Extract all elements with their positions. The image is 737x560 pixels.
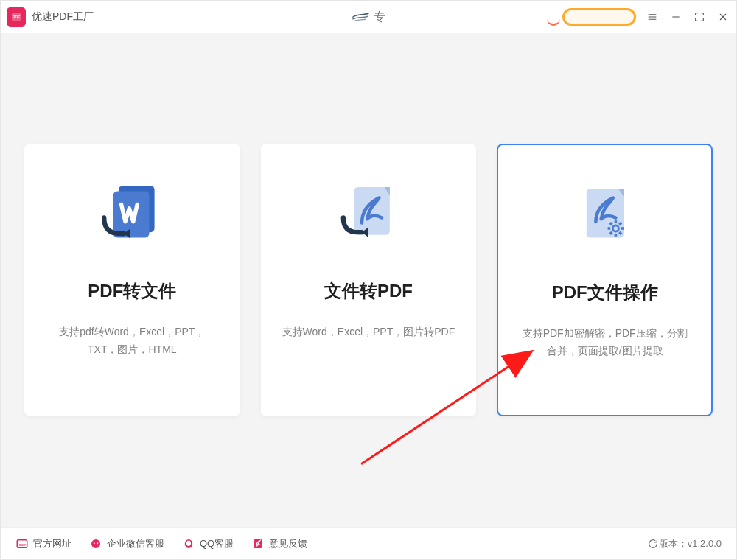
fullscreen-icon <box>694 11 705 23</box>
titlebar-center-text: 专 <box>374 10 385 25</box>
card-pdf-operations[interactable]: PDF文件操作 支持PDF加密解密，PDF压缩，分割合并，页面提取/图片提取 <box>497 144 713 416</box>
app-logo-icon: PDF <box>7 7 26 27</box>
wechat-work-icon <box>89 537 102 550</box>
footer-link-wecom[interactable]: 企业微信客服 <box>89 537 164 550</box>
version-text: 版本：v1.2.0.0 <box>659 537 722 550</box>
pdf-settings-icon <box>572 182 638 248</box>
file-to-pdf-icon <box>335 181 402 247</box>
fullscreen-button[interactable] <box>692 10 707 24</box>
footer-link-label: 企业微信客服 <box>107 537 164 550</box>
close-button[interactable] <box>716 10 730 24</box>
card-title: PDF文件操作 <box>552 281 658 304</box>
svg-rect-4 <box>354 187 390 235</box>
app-title: 优速PDF工厂 <box>32 10 94 24</box>
titlebar-center-badge: 专 <box>352 10 385 25</box>
card-desc: 支持pdf转Word，Excel，PPT，TXT，图片，HTML <box>45 323 220 359</box>
close-icon <box>717 11 729 23</box>
card-pdf-to-file[interactable]: PDF转文件 支持pdf转Word，Excel，PPT，TXT，图片，HTML <box>24 144 240 416</box>
refresh-button[interactable] <box>647 538 659 550</box>
main-area: PDF转文件 支持pdf转Word，Excel，PPT，TXT，图片，HTML … <box>1 33 736 527</box>
svg-point-20 <box>97 542 98 544</box>
titlebar: PDF 优速PDF工厂 专 <box>1 1 736 33</box>
footer-link-qq[interactable]: QQ客服 <box>182 537 234 550</box>
footer-link-feedback[interactable]: 意见反馈 <box>251 537 307 550</box>
svg-text:PDF: PDF <box>13 15 21 19</box>
refresh-icon <box>647 538 659 550</box>
footer-link-label: 官方网址 <box>33 537 71 550</box>
card-file-to-pdf[interactable]: 文件转PDF 支持Word，Excel，PPT，图片转PDF <box>261 144 477 416</box>
app-brand: PDF 优速PDF工厂 <box>7 7 94 27</box>
minimize-icon <box>670 11 682 23</box>
svg-text:.com: .com <box>18 542 27 547</box>
footer-link-website[interactable]: .com 官方网址 <box>15 537 71 550</box>
vip-pill[interactable] <box>562 8 636 26</box>
footer-link-label: 意见反馈 <box>269 537 307 550</box>
statusbar: .com 官方网址 企业微信客服 QQ客服 意见反馈 版本： <box>1 527 736 559</box>
svg-line-12 <box>619 232 621 234</box>
qq-icon <box>182 537 195 550</box>
svg-point-22 <box>186 540 191 546</box>
menu-button[interactable] <box>645 10 660 24</box>
svg-line-11 <box>609 223 612 225</box>
card-title: PDF转文件 <box>88 279 176 303</box>
svg-point-15 <box>613 226 617 230</box>
website-icon: .com <box>15 537 29 550</box>
card-title: 文件转PDF <box>324 279 413 303</box>
footer-link-label: QQ客服 <box>200 537 234 550</box>
svg-line-13 <box>609 232 612 234</box>
hamburger-icon <box>646 11 658 23</box>
svg-point-18 <box>91 539 100 548</box>
minimize-button[interactable] <box>668 10 683 24</box>
card-desc: 支持PDF加密解密，PDF压缩，分割合并，页面提取/图片提取 <box>519 325 691 360</box>
pdf-to-word-icon <box>99 181 165 247</box>
svg-point-19 <box>94 542 95 544</box>
brush-icon <box>352 10 371 24</box>
svg-line-14 <box>619 223 621 225</box>
feedback-icon <box>251 537 265 550</box>
card-desc: 支持Word，Excel，PPT，图片转PDF <box>282 323 455 341</box>
